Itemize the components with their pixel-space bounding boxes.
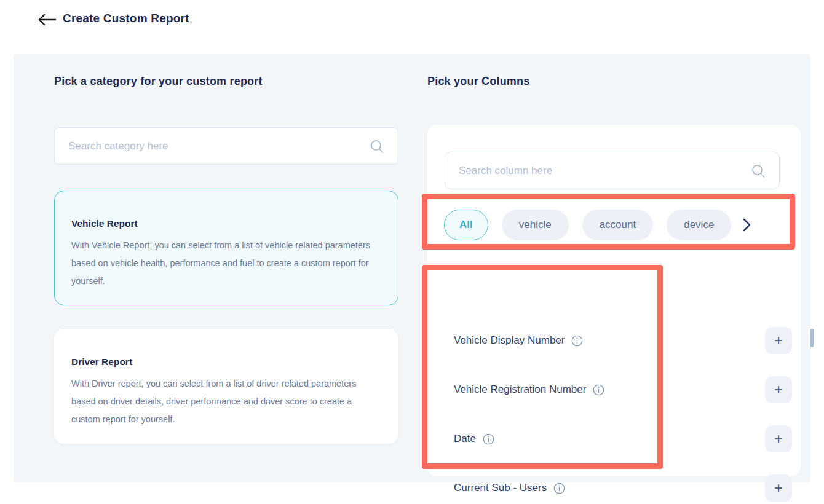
- info-icon[interactable]: [483, 433, 494, 445]
- chips-scroll-right-button[interactable]: [739, 216, 755, 234]
- column-search-input[interactable]: [445, 165, 751, 177]
- category-card-vehicle[interactable]: Vehicle Report With Vehicle Report, you …: [54, 191, 398, 305]
- add-column-button[interactable]: +: [765, 327, 792, 354]
- header: Create Custom Report: [0, 0, 824, 41]
- filter-chip-device[interactable]: device: [667, 210, 731, 240]
- column-label: Vehicle Registration Number: [454, 384, 604, 396]
- page-title: Create Custom Report: [63, 12, 189, 25]
- filter-chip-account[interactable]: account: [582, 210, 654, 240]
- back-button[interactable]: [37, 11, 58, 28]
- info-icon[interactable]: [571, 335, 583, 347]
- column-label-text: Date: [454, 433, 476, 445]
- add-column-button[interactable]: +: [765, 376, 792, 403]
- category-card-title: Vehicle Report: [71, 218, 370, 229]
- column-row: Vehicle Display Number +: [454, 327, 793, 354]
- column-label-text: Current Sub - Users: [454, 482, 547, 494]
- column-search: [445, 152, 780, 189]
- column-label: Date: [454, 433, 494, 445]
- column-label-text: Vehicle Registration Number: [454, 384, 586, 396]
- left-arrow-icon: [38, 14, 57, 25]
- category-card-title: Driver Report: [71, 356, 370, 368]
- search-icon: [751, 163, 766, 178]
- category-card-description: With Driver report, you can select from …: [71, 375, 370, 428]
- chevron-right-icon: [743, 218, 751, 232]
- column-row: Current Sub - Users +: [454, 474, 793, 502]
- search-icon: [370, 139, 384, 154]
- columns-scrollbar-thumb[interactable]: [810, 329, 814, 347]
- add-column-button[interactable]: +: [765, 474, 792, 502]
- add-column-button[interactable]: +: [765, 425, 792, 452]
- info-icon[interactable]: [553, 482, 565, 494]
- filter-chips-row: All vehicle account device: [444, 210, 788, 240]
- content-panel: Pick a category for your custom report P…: [14, 54, 810, 482]
- column-row: Vehicle Registration Number +: [454, 376, 793, 403]
- category-section-heading: Pick a category for your custom report: [54, 75, 263, 88]
- filter-chip-vehicle[interactable]: vehicle: [502, 210, 569, 240]
- column-label: Current Sub - Users: [454, 482, 565, 494]
- category-card-description: With Vehicle Report, you can select from…: [71, 237, 370, 290]
- category-search-input[interactable]: [55, 140, 370, 152]
- filter-chip-all[interactable]: All: [444, 210, 488, 240]
- columns-section-heading: Pick your Columns: [427, 75, 529, 88]
- column-label-text: Vehicle Display Number: [454, 334, 565, 347]
- info-icon[interactable]: [593, 384, 604, 396]
- category-search: [54, 127, 398, 165]
- page: Create Custom Report Pick a category for…: [0, 0, 824, 504]
- column-row: Date +: [454, 425, 793, 452]
- column-label: Vehicle Display Number: [454, 334, 583, 347]
- category-card-driver[interactable]: Driver Report With Driver report, you ca…: [54, 329, 398, 444]
